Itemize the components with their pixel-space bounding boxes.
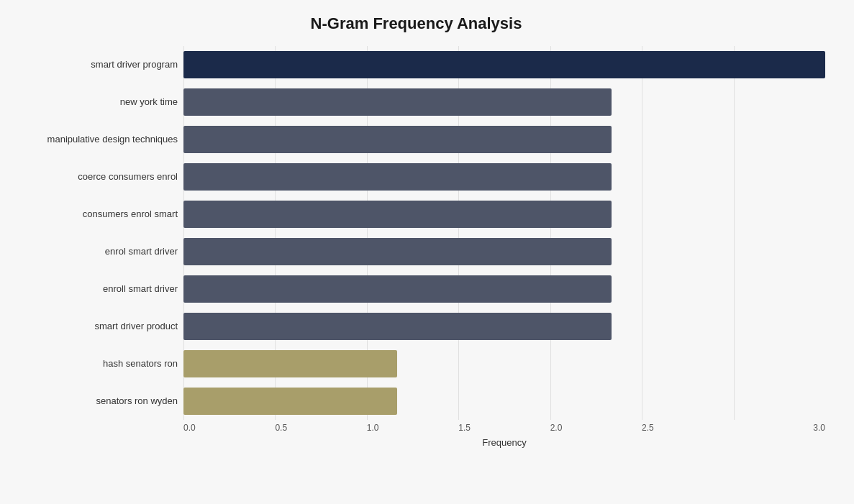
bar [183,313,612,340]
x-axis-label: Frequency [183,437,825,448]
x-tick: 0.5 [275,423,366,433]
y-label: manipulative design techniques [7,121,178,158]
x-tick: 0.0 [183,423,275,433]
bar [183,388,397,415]
x-tick: 3.0 [734,423,825,433]
x-tick: 1.0 [367,423,458,433]
x-tick: 1.5 [458,423,550,433]
y-label: enroll smart driver [7,270,178,308]
y-label: new york time [7,83,178,121]
bar-row [183,121,825,158]
chart-area: smart driver programnew york timemanipul… [7,46,825,435]
bar [183,126,612,153]
y-label: enrol smart driver [7,233,178,270]
y-label: smart driver product [7,308,178,345]
y-label: consumers enrol smart [7,196,178,233]
bar [183,51,825,78]
bar-row [183,196,825,233]
y-label: senators ron wyden [7,382,178,420]
bar-row [183,345,825,382]
bar-row [183,83,825,121]
bar-row [183,46,825,83]
bar-row [183,270,825,308]
y-label: coerce consumers enrol [7,158,178,196]
chart-container: N-Gram Frequency Analysis smart driver p… [0,0,854,504]
bar [183,201,612,228]
y-label: smart driver program [7,46,178,83]
bar-row [183,233,825,270]
bar-row [183,308,825,345]
bar-row [183,382,825,420]
bar [183,163,612,191]
x-tick: 2.5 [642,423,733,433]
y-label: hash senators ron [7,345,178,382]
bar [183,88,612,116]
bar [183,238,612,265]
x-tick: 2.0 [550,423,642,433]
bars-plot [183,46,825,420]
x-axis: 0.00.51.01.52.02.53.0 [183,423,825,433]
bar [183,350,397,377]
y-labels: smart driver programnew york timemanipul… [7,46,183,420]
chart-title: N-Gram Frequency Analysis [7,14,825,33]
bars-section: smart driver programnew york timemanipul… [7,46,825,420]
bar [183,275,612,303]
bar-row [183,158,825,196]
